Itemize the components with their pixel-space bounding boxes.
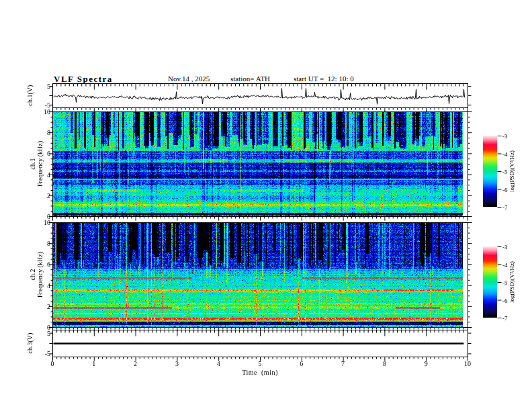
ch1-spec-ylabel: ch.1 Frequency (kHz): [29, 141, 44, 187]
colorbar-tick-label: -6: [502, 187, 508, 193]
colorbar-tick-label: -4: [502, 262, 508, 269]
y-tick-label: 5: [32, 330, 50, 337]
y-tick-label: 10: [32, 108, 50, 116]
colorbar-tick-label: -7: [502, 204, 508, 211]
y-tick-label: 4: [32, 171, 50, 179]
colorbar-tick-label: -3: [502, 133, 508, 140]
colorbar1-unit-label: log(PSD)(V²/Hz): [508, 150, 515, 192]
y-tick-label: -5: [32, 350, 50, 357]
colorbar-tick-label: -5: [502, 169, 508, 175]
x-tick-label: 4: [217, 360, 220, 367]
x-tick-label: 7: [341, 360, 345, 367]
x-tick-label: 1: [92, 360, 95, 367]
colorbar-tick-label: -3: [502, 244, 508, 250]
y-tick-label: 10: [32, 219, 50, 226]
y-tick-label: 8: [32, 240, 50, 247]
ch2-spec-ylabel: ch.2 Frequency (kHz): [29, 252, 44, 298]
x-tick-label: 6: [300, 360, 303, 367]
x-tick-label: 9: [425, 360, 428, 367]
y-tick-label: 4: [32, 282, 50, 289]
x-tick-label: 10: [464, 360, 471, 367]
vlf-spectra-figure: VLF Spectra Nov.14 , 2025 station= ATH s…: [0, 0, 532, 411]
x-tick-label: 2: [134, 360, 137, 367]
colorbar-tick-label: -4: [502, 151, 508, 158]
colorbar-tick-label: -6: [502, 298, 508, 304]
y-tick-label: 6: [32, 150, 50, 157]
x-tick-label: 3: [175, 360, 179, 367]
x-tick-label: 5: [259, 360, 262, 367]
y-tick-label: 5: [32, 83, 50, 90]
axes-overlay-canvas: [0, 0, 532, 411]
ch2-spec-channel-label: ch.2: [29, 252, 36, 298]
ch2-spec-axis-label: Frequency (kHz): [36, 252, 44, 298]
ch1-spec-axis-label: Frequency (kHz): [36, 141, 44, 187]
y-tick-label: 2: [32, 303, 50, 310]
y-tick-label: 8: [32, 129, 50, 136]
colorbar-tick-label: -5: [502, 279, 508, 286]
x-tick-label: 8: [383, 360, 386, 367]
colorbar2-unit-label: log(PSD)(V²/Hz): [508, 261, 515, 303]
y-tick-label: 6: [32, 261, 50, 268]
time-axis-label: Time (min): [242, 369, 277, 376]
ch1-spec-channel-label: ch.1: [29, 141, 36, 187]
colorbar-tick-label: -7: [502, 315, 508, 322]
x-tick-label: 0: [51, 360, 54, 367]
y-tick-label: -5: [32, 101, 50, 109]
y-tick-label: 2: [32, 192, 50, 199]
